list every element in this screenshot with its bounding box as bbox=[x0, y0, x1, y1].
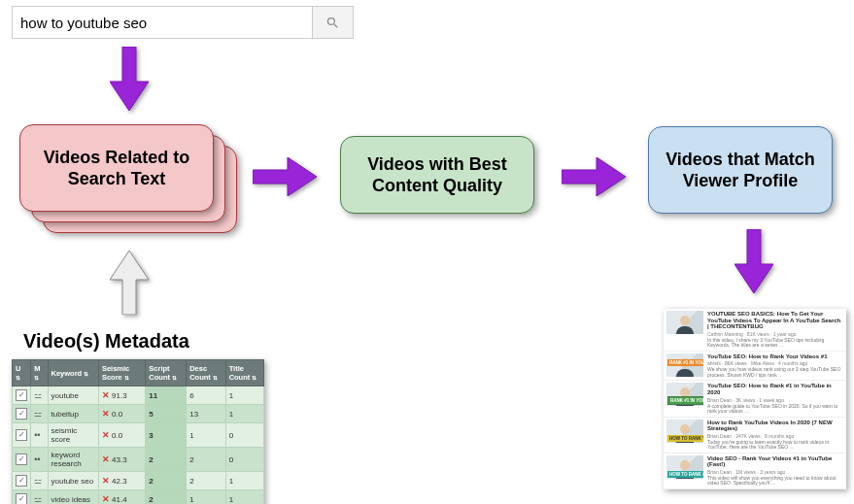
svg-marker-3 bbox=[734, 229, 773, 293]
result-desc: Today you're going to learn exactly how … bbox=[707, 440, 843, 451]
cell-title: 1 bbox=[225, 472, 263, 490]
cell-m: ⚍ bbox=[31, 472, 48, 490]
x-icon: ✕ bbox=[102, 390, 110, 400]
cell-script: 11 bbox=[146, 386, 187, 405]
cell-m: •• bbox=[31, 423, 48, 448]
cell-script: 2 bbox=[146, 472, 187, 490]
node-viewer-profile: Videos that Match Viewer Profile bbox=[648, 126, 833, 214]
cell-keyword: youtube bbox=[48, 386, 98, 405]
result-text: YouTube SEO: How to Rank Your Videos #1a… bbox=[707, 353, 843, 379]
checkbox-icon[interactable]: ✓ bbox=[16, 389, 27, 401]
cell-keyword: video ideas bbox=[48, 490, 98, 505]
cell-desc: 6 bbox=[187, 386, 225, 405]
col-desc: Desc Count ⇅ bbox=[187, 360, 225, 386]
col-score: Seismic Score ⇅ bbox=[98, 360, 145, 386]
cell-script: 2 bbox=[146, 490, 187, 505]
cell-desc: 2 bbox=[187, 448, 225, 472]
arrow-profile-to-results bbox=[734, 229, 773, 293]
table-row: ✓⚍youtube✕ 91.31161 bbox=[13, 386, 264, 405]
cell-u: ✓ bbox=[13, 423, 31, 448]
table-row: ✓⚍video ideas✕ 41.4211 bbox=[13, 490, 264, 505]
search-icon bbox=[325, 16, 340, 30]
checkbox-icon[interactable]: ✓ bbox=[16, 454, 27, 465]
cell-m: ⚍ bbox=[31, 490, 48, 505]
table-row: ✓⚍youtube seo✕ 42.3221 bbox=[13, 472, 264, 490]
result-meta: Brian Dean · 247K views · 8 months ago bbox=[707, 433, 843, 439]
cell-u: ✓ bbox=[13, 405, 31, 423]
thumbnail-tag: RANK #1 IN YOUTUBE bbox=[667, 359, 703, 366]
cell-keyword: tubeitup bbox=[48, 405, 98, 423]
result-title: YouTube SEO: How to Rank Your Videos #1 bbox=[707, 353, 843, 360]
x-icon: ✕ bbox=[102, 430, 110, 440]
checkbox-icon[interactable]: ✓ bbox=[16, 493, 27, 504]
result-title: YOUTUBE SEO BASICS: How To Get Your YouT… bbox=[707, 311, 843, 330]
thumbnail-tag: HOW TO RANK #1 bbox=[667, 471, 703, 478]
svg-marker-1 bbox=[253, 157, 317, 196]
cell-title: 1 bbox=[225, 490, 263, 505]
x-icon: ✕ bbox=[102, 476, 110, 486]
arrow-quality-to-profile bbox=[562, 157, 626, 196]
cell-keyword: seismic score bbox=[48, 423, 98, 448]
cell-u: ✓ bbox=[13, 472, 31, 490]
tree-icon: ⚍ bbox=[34, 409, 42, 419]
checkbox-icon[interactable]: ✓ bbox=[16, 429, 27, 441]
cell-m: •• bbox=[31, 448, 48, 472]
svg-marker-0 bbox=[110, 47, 149, 111]
cell-script: 2 bbox=[146, 448, 187, 472]
arrow-search-to-related bbox=[110, 47, 149, 111]
checkbox-icon[interactable]: ✓ bbox=[16, 408, 27, 420]
cell-script: 5 bbox=[146, 405, 187, 423]
cell-u: ✓ bbox=[13, 386, 31, 405]
arrow-related-to-quality bbox=[253, 157, 317, 196]
cell-u: ✓ bbox=[13, 490, 31, 505]
col-script: Script Count ⇅ bbox=[146, 360, 187, 386]
result-thumbnail: HOW TO RANK YOUTUBE VIDEOS bbox=[666, 420, 703, 443]
result-row[interactable]: RANK #1 IN YOUTUBEYouTube SEO: How to Ra… bbox=[664, 381, 846, 417]
arrow-metadata-to-related bbox=[110, 251, 149, 315]
result-row[interactable]: HOW TO RANK YOUTUBE VIDEOSHow to Rank Yo… bbox=[664, 418, 846, 454]
node-videos-related-label: Videos Related to Search Text bbox=[34, 147, 199, 190]
result-row[interactable]: RANK #1 IN YOUTUBEYouTube SEO: How to Ra… bbox=[664, 352, 846, 382]
table-row: ✓••seismic score✕ 0.0310 bbox=[13, 423, 264, 448]
result-text: Video SEO - Rank Your Videos #1 in YouTu… bbox=[707, 455, 843, 487]
cell-m: ⚍ bbox=[31, 386, 48, 405]
cell-title: 0 bbox=[225, 423, 263, 448]
cell-desc: 1 bbox=[187, 490, 225, 505]
tree-icon: •• bbox=[34, 430, 40, 440]
svg-marker-2 bbox=[562, 157, 626, 196]
tree-icon: ⚍ bbox=[34, 390, 42, 400]
search-button[interactable] bbox=[312, 7, 353, 38]
result-desc: In this video, I share my 3 YouTube SEO … bbox=[707, 338, 843, 349]
result-thumbnail bbox=[666, 311, 703, 334]
cell-score: ✕ 41.4 bbox=[98, 490, 145, 505]
cell-m: ⚍ bbox=[31, 405, 48, 423]
col-u: U ⇅ bbox=[13, 360, 31, 386]
thumbnail-tag: HOW TO RANK YOUTUBE VIDEOS bbox=[667, 435, 703, 442]
checkbox-icon[interactable]: ✓ bbox=[16, 475, 27, 487]
metadata-label: Video(s) Metadata bbox=[23, 330, 189, 353]
metadata-table-header-row: U ⇅ M ⇅ Keyword ⇅ Seismic Score ⇅ Script… bbox=[13, 360, 264, 386]
search-input[interactable] bbox=[13, 7, 312, 38]
cell-score: ✕ 91.3 bbox=[98, 386, 145, 405]
col-m: M ⇅ bbox=[31, 360, 48, 386]
result-row[interactable]: YOUTUBE SEO BASICS: How To Get Your YouT… bbox=[664, 309, 846, 352]
x-icon: ✕ bbox=[102, 494, 110, 504]
cell-score: ✕ 0.0 bbox=[98, 405, 145, 423]
cell-score: ✕ 0.0 bbox=[98, 423, 145, 448]
tree-icon: •• bbox=[34, 454, 40, 464]
metadata-table: U ⇅ M ⇅ Keyword ⇅ Seismic Score ⇅ Script… bbox=[12, 359, 264, 504]
node-content-quality: Videos with Best Content Quality bbox=[340, 136, 534, 214]
result-thumbnail: RANK #1 IN YOUTUBE bbox=[666, 353, 703, 377]
cell-keyword: keyword research bbox=[48, 448, 98, 472]
search-bar bbox=[12, 6, 354, 39]
table-row: ✓⚍tubeitup✕ 0.05131 bbox=[13, 405, 264, 423]
cell-title: 0 bbox=[225, 448, 263, 472]
cell-score: ✕ 43.3 bbox=[98, 448, 145, 472]
tree-icon: ⚍ bbox=[34, 494, 42, 504]
result-desc: A complete guide to YouTube SEO in 2020.… bbox=[707, 404, 843, 415]
result-row[interactable]: HOW TO RANK #1Video SEO - Rank Your Vide… bbox=[664, 454, 846, 489]
cell-u: ✓ bbox=[13, 448, 31, 472]
cell-desc: 2 bbox=[187, 472, 225, 490]
col-kw: Keyword ⇅ bbox=[48, 360, 98, 386]
result-thumbnail: HOW TO RANK #1 bbox=[666, 455, 703, 479]
